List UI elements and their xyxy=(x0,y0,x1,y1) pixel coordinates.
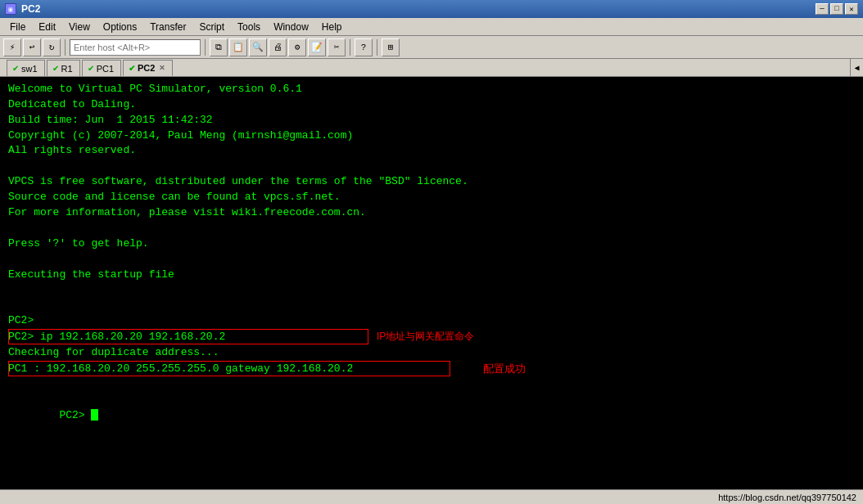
config-success-annotation-label: 配置成功 xyxy=(483,362,526,376)
app-icon: ▣ xyxy=(5,3,16,15)
menu-edit[interactable]: Edit xyxy=(32,20,62,34)
menu-help[interactable]: Help xyxy=(315,20,349,34)
ip-cmd-annotation-label: IP地址与网关配置命令 xyxy=(377,330,474,344)
toolbar-log-btn[interactable]: 📝 xyxy=(308,38,326,56)
term-line-19 xyxy=(8,377,855,393)
maximize-button[interactable]: □ xyxy=(830,3,843,15)
term-line-6: VPCS is free software, distributed under… xyxy=(8,174,855,190)
term-line-7: Source code and license can be found at … xyxy=(8,190,855,205)
term-line-10: Press '?' to get help. xyxy=(8,236,855,252)
toolbar-separator2 xyxy=(205,39,206,56)
term-line-20: PC2> xyxy=(8,393,855,439)
menu-transfer[interactable]: Transfer xyxy=(143,20,192,34)
host-input[interactable] xyxy=(70,39,201,56)
toolbar: ⚡ ↩ ↻ ⧉ 📋 🔍 🖨 ⚙ 📝 ✂ ? ⊞ xyxy=(0,36,863,59)
tabs-collapse-btn[interactable]: ◀ xyxy=(850,59,863,76)
tab-sw1[interactable]: ✔ sw1 xyxy=(7,60,45,76)
tab-PC1-label: PC1 xyxy=(97,64,114,74)
menu-file[interactable]: File xyxy=(3,20,32,34)
term-line-5 xyxy=(8,159,855,174)
toolbar-settings-btn[interactable]: ⚙ xyxy=(288,38,306,56)
menu-script[interactable]: Script xyxy=(192,20,231,34)
term-line-12: Executing the startup file xyxy=(8,268,855,283)
menu-tools[interactable]: Tools xyxy=(231,20,267,34)
tab-sw1-label: sw1 xyxy=(21,64,38,74)
tabs-bar: ✔ sw1 ✔ R1 ✔ PC1 ✔ PC2 ✕ ◀ xyxy=(0,59,863,77)
tab-R1-label: R1 xyxy=(61,64,73,74)
term-line-11 xyxy=(8,252,855,268)
tab-PC2[interactable]: ✔ PC2 ✕ xyxy=(123,60,173,76)
term-line-0: Welcome to Virtual PC Simulator, version… xyxy=(8,82,855,97)
term-line-18: PC1 : 192.168.20.20 255.255.255.0 gatewa… xyxy=(8,362,353,377)
toolbar-new-btn[interactable]: ⚡ xyxy=(3,38,21,56)
term-line-1: Dedicated to Daling. xyxy=(8,97,855,113)
terminal-cursor xyxy=(91,409,98,421)
menu-view[interactable]: View xyxy=(62,20,97,34)
term-line-3: Copyright (c) 2007-2014, Paul Meng (mirn… xyxy=(8,128,855,144)
terminal[interactable]: Welcome to Virtual PC Simulator, version… xyxy=(0,77,863,489)
config-result-container: PC1 : 192.168.20.20 255.255.255.0 gatewa… xyxy=(8,361,855,377)
term-line-16: PC2> ip 192.168.20.20 192.168.20.2 xyxy=(8,330,225,345)
toolbar-open-btn[interactable]: ↩ xyxy=(23,38,41,56)
toolbar-paste-btn[interactable]: 📋 xyxy=(229,38,247,56)
term-line-4: All rights reserved. xyxy=(8,143,855,159)
toolbar-print-btn[interactable]: 🖨 xyxy=(269,38,287,56)
term-line-9 xyxy=(8,221,855,236)
term-line-17: Checking for duplicate address... xyxy=(8,345,855,361)
tab-PC1-check: ✔ xyxy=(88,64,94,73)
title-bar: ▣ PC2 ─ □ ✕ xyxy=(0,0,863,18)
window-title: PC2 xyxy=(21,3,40,15)
tab-PC2-check: ✔ xyxy=(129,64,135,73)
toolbar-delete-btn[interactable]: ✂ xyxy=(328,38,346,56)
term-line-13 xyxy=(8,282,855,298)
toolbar-find-btn[interactable]: 🔍 xyxy=(249,38,267,56)
toolbar-copy-btn[interactable]: ⧉ xyxy=(210,38,228,56)
minimize-button[interactable]: ─ xyxy=(816,3,829,15)
tab-sw1-check: ✔ xyxy=(12,64,19,73)
toolbar-grid-btn[interactable]: ⊞ xyxy=(382,38,400,56)
status-url: https://blog.csdn.net/qq397750142 xyxy=(718,493,856,502)
tab-R1-check: ✔ xyxy=(52,64,59,73)
ip-cmd-container: PC2> ip 192.168.20.20 192.168.20.2 IP地址与… xyxy=(8,329,855,345)
menu-window[interactable]: Window xyxy=(267,20,315,34)
term-line-14 xyxy=(8,298,855,313)
term-line-15: PC2> xyxy=(8,313,855,329)
window-controls: ─ □ ✕ xyxy=(816,3,858,15)
term-line-8: For more information, please visit wiki.… xyxy=(8,205,855,221)
status-bar: https://blog.csdn.net/qq397750142 xyxy=(0,489,863,504)
toolbar-separator3 xyxy=(350,39,350,56)
close-button[interactable]: ✕ xyxy=(845,3,858,15)
toolbar-separator1 xyxy=(65,39,66,56)
terminal-content: Welcome to Virtual PC Simulator, version… xyxy=(8,82,855,484)
tab-PC1[interactable]: ✔ PC1 xyxy=(82,60,121,76)
menu-options[interactable]: Options xyxy=(97,20,143,34)
toolbar-refresh-btn[interactable]: ↻ xyxy=(43,38,61,56)
term-line-2: Build time: Jun 1 2015 11:42:32 xyxy=(8,113,855,128)
menu-bar: File Edit View Options Transfer Script T… xyxy=(0,18,863,36)
tab-PC2-close[interactable]: ✕ xyxy=(159,64,165,72)
tab-PC2-label: PC2 xyxy=(138,63,155,73)
main-area: Welcome to Virtual PC Simulator, version… xyxy=(0,77,863,489)
toolbar-help-btn[interactable]: ? xyxy=(355,38,373,56)
tab-R1[interactable]: ✔ R1 xyxy=(47,60,80,76)
toolbar-separator4 xyxy=(377,39,377,56)
